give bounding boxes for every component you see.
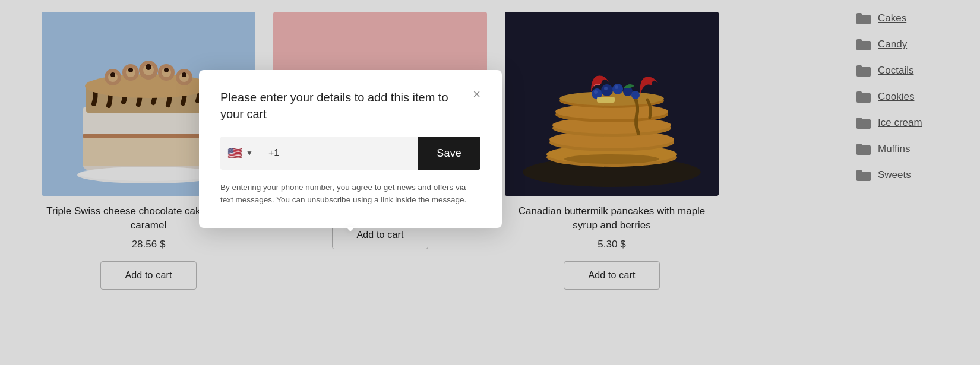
- phone-input[interactable]: [260, 137, 418, 170]
- modal-overlay: Please enter your details to add this it…: [0, 0, 980, 365]
- dropdown-arrow-icon: ▼: [246, 149, 253, 157]
- modal-title: Please enter your details to add this it…: [220, 89, 452, 122]
- phone-row: 🇺🇸 ▼ Save: [220, 137, 480, 170]
- country-select[interactable]: 🇺🇸 ▼: [220, 137, 260, 170]
- save-button[interactable]: Save: [418, 137, 480, 170]
- modal-header: Please enter your details to add this it…: [220, 89, 480, 122]
- modal-close-button[interactable]: ×: [473, 88, 480, 101]
- modal-dialog: Please enter your details to add this it…: [199, 70, 502, 228]
- flag-icon: 🇺🇸: [227, 146, 242, 160]
- modal-disclaimer: By entering your phone number, you agree…: [220, 182, 480, 207]
